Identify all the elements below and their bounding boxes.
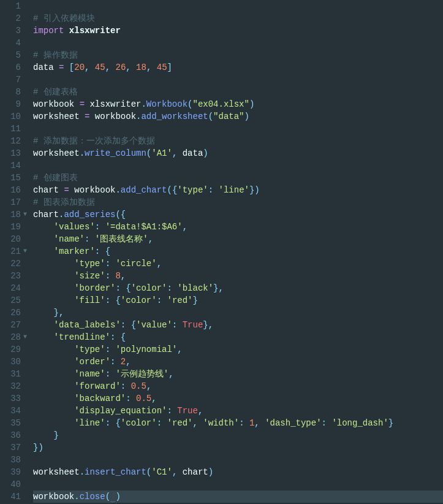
line-number: 3 bbox=[4, 25, 21, 37]
code-line[interactable]: worksheet.insert_chart('C1', chart) bbox=[33, 466, 443, 478]
token-sp bbox=[33, 406, 74, 416]
line-number: 28▼ bbox=[4, 331, 21, 343]
code-line[interactable] bbox=[33, 454, 443, 466]
token-pun: { bbox=[115, 418, 120, 428]
code-line[interactable]: } bbox=[33, 429, 443, 441]
fold-icon[interactable]: ▼ bbox=[23, 245, 27, 258]
token-pun: , bbox=[183, 222, 187, 232]
token-pun: : bbox=[105, 418, 110, 428]
code-line[interactable]: # 图表添加数据 bbox=[33, 196, 443, 208]
token-str: 'black' bbox=[177, 283, 213, 293]
line-number: 6 bbox=[4, 61, 21, 74]
code-line[interactable]: worksheet.write_column('A1', data) bbox=[33, 147, 443, 159]
token-pun: { bbox=[121, 332, 126, 342]
line-number: 20 bbox=[4, 233, 21, 245]
code-line[interactable]: worksheet = workbook.add_worksheet("data… bbox=[33, 110, 443, 123]
token-sp bbox=[126, 320, 131, 330]
code-line[interactable]: 'type': 'circle', bbox=[33, 258, 443, 270]
token-sp bbox=[33, 234, 54, 244]
code-line[interactable]: # 引入依赖模块 bbox=[33, 12, 443, 25]
code-line[interactable]: 'order': 2, bbox=[33, 356, 443, 368]
line-number: 25 bbox=[4, 294, 21, 307]
code-line[interactable] bbox=[33, 478, 443, 491]
line-number: 15 bbox=[4, 172, 21, 184]
code-line[interactable]: import xlsxwriter bbox=[33, 25, 443, 37]
token-pun: ) bbox=[115, 492, 120, 502]
code-line[interactable]: 'name': '图表线名称', bbox=[33, 233, 443, 245]
token-str: 'type' bbox=[177, 185, 208, 195]
code-line[interactable]: 'trendline': { bbox=[33, 331, 443, 343]
code-line[interactable]: }) bbox=[33, 441, 443, 454]
code-line[interactable]: 'fill': {'color': 'red'} bbox=[33, 294, 443, 307]
code-line[interactable]: }, bbox=[33, 307, 443, 319]
token-str: 'fill' bbox=[74, 296, 105, 305]
code-line[interactable]: 'line': {'color': 'red', 'width': 1, 'da… bbox=[33, 417, 443, 429]
token-eq: = bbox=[80, 99, 85, 109]
code-line[interactable]: 'border': {'color': 'black'}, bbox=[33, 282, 443, 294]
token-pun: ) bbox=[244, 112, 249, 121]
line-number: 2 bbox=[4, 12, 21, 25]
code-line[interactable]: 'marker': { bbox=[33, 245, 443, 258]
code-line[interactable]: 'backward': 0.5, bbox=[33, 392, 443, 405]
token-pun: , bbox=[121, 271, 126, 281]
line-number: 13 bbox=[4, 147, 21, 159]
token-pun: : bbox=[105, 369, 110, 379]
code-line[interactable]: 'size': 8, bbox=[33, 270, 443, 282]
token-bool: True bbox=[183, 320, 203, 330]
line-number: 8 bbox=[4, 86, 21, 98]
code-line[interactable]: data = [20, 45, 26, 18, 45] bbox=[33, 61, 443, 74]
token-pun: }) bbox=[33, 443, 44, 452]
code-line[interactable] bbox=[33, 0, 443, 12]
code-line[interactable]: 'type': 'polynomial', bbox=[33, 343, 443, 356]
line-number: 23 bbox=[4, 270, 21, 282]
code-editor[interactable]: 123456789101112131415161718▼192021▼22232… bbox=[0, 0, 443, 504]
token-str: 'border' bbox=[74, 283, 115, 293]
code-line[interactable] bbox=[33, 123, 443, 135]
token-sp bbox=[33, 357, 74, 367]
token-meth: Workbook bbox=[146, 99, 187, 109]
code-line[interactable]: 'data_labels': {'value': True}, bbox=[33, 319, 443, 331]
fold-icon[interactable]: ▼ bbox=[23, 331, 27, 343]
fold-icon[interactable]: ▼ bbox=[23, 208, 27, 221]
code-line[interactable]: 'forward': 0.5, bbox=[33, 380, 443, 392]
token-str: 'width' bbox=[203, 418, 239, 428]
code-line[interactable]: chart = workbook.add_chart({'type': 'lin… bbox=[33, 184, 443, 196]
token-pun: : bbox=[115, 283, 120, 293]
token-sp bbox=[74, 99, 79, 109]
token-pun: : bbox=[105, 259, 110, 269]
code-line[interactable]: 'values': '=data!$A1:$A6', bbox=[33, 221, 443, 233]
code-line[interactable] bbox=[33, 159, 443, 172]
token-meth: add_worksheet bbox=[141, 112, 208, 121]
code-line[interactable]: # 创建图表 bbox=[33, 172, 443, 184]
line-number: 1 bbox=[4, 0, 21, 12]
line-number: 10 bbox=[4, 110, 21, 123]
code-line[interactable]: # 操作数据 bbox=[33, 49, 443, 61]
code-line[interactable]: 'display_equation': True, bbox=[33, 405, 443, 417]
token-sp bbox=[33, 259, 74, 269]
code-line[interactable] bbox=[33, 74, 443, 86]
code-area[interactable]: # 引入依赖模块import xlsxwriter # 操作数据data = [… bbox=[26, 0, 443, 504]
code-line[interactable]: 'name': '示例趋势线', bbox=[33, 368, 443, 380]
code-line[interactable]: workbook.close( ) bbox=[33, 491, 443, 503]
token-sp bbox=[69, 185, 74, 195]
line-number: 35 bbox=[4, 417, 21, 429]
code-line[interactable]: # 添加数据：一次添加多个数据 bbox=[33, 135, 443, 147]
token-pun: }, bbox=[54, 308, 64, 318]
token-pun: ( bbox=[146, 148, 151, 158]
code-line[interactable]: chart.add_series({ bbox=[33, 208, 443, 221]
token-sp bbox=[33, 271, 74, 281]
token-num: 45 bbox=[95, 63, 105, 72]
token-sp bbox=[33, 381, 74, 391]
token-str: "ex04.xlsx" bbox=[192, 99, 249, 109]
token-id: worksheet bbox=[33, 467, 80, 477]
line-number: 37 bbox=[4, 441, 21, 454]
token-sp bbox=[213, 185, 218, 195]
token-sp bbox=[64, 26, 69, 36]
token-pun: : bbox=[157, 418, 162, 428]
token-str: 'line' bbox=[74, 418, 105, 428]
code-line[interactable]: workbook = xlsxwriter.Workbook("ex04.xls… bbox=[33, 98, 443, 110]
token-pun: }) bbox=[249, 185, 260, 195]
code-line[interactable] bbox=[33, 37, 443, 49]
token-dot: . bbox=[115, 185, 120, 195]
code-line[interactable]: # 创建表格 bbox=[33, 86, 443, 98]
